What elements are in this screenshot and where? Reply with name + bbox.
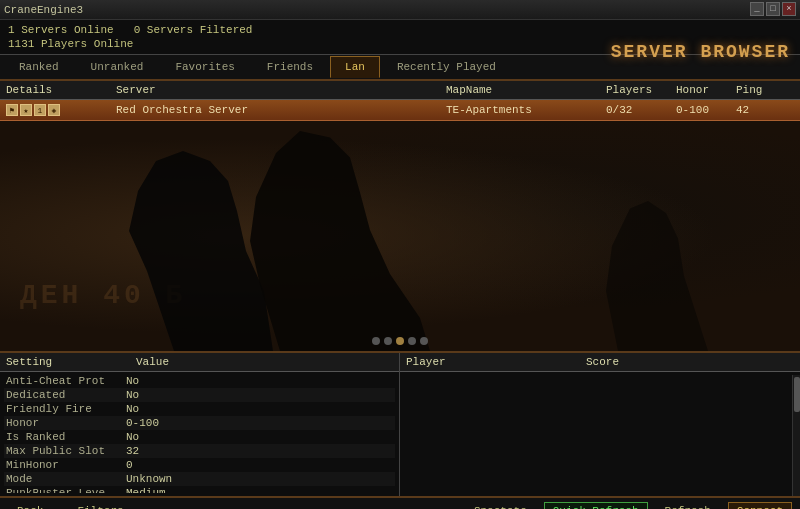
- col-mapname-header: MapName: [446, 84, 606, 96]
- setting-punkbuster: PunkBuster Leve Medium: [4, 486, 395, 493]
- players-panel: Player Score: [400, 353, 800, 496]
- server-info-line: 1 Servers Online 0 Servers Filtered: [8, 24, 792, 36]
- tab-unranked[interactable]: Unranked: [76, 56, 159, 78]
- settings-content: Anti-Cheat Prot No Dedicated No Friendly…: [0, 372, 399, 493]
- setting-dedicated: Dedicated No: [4, 388, 395, 402]
- tab-friends[interactable]: Friends: [252, 56, 328, 78]
- player-col-header: Player: [406, 356, 586, 368]
- setting-honor: Honor 0-100: [4, 416, 395, 430]
- tab-ranked[interactable]: Ranked: [4, 56, 74, 78]
- scroll-dot-1: [372, 337, 380, 345]
- info-icon: ◈: [48, 104, 60, 116]
- tab-recently-played[interactable]: Recently Played: [382, 56, 511, 78]
- minimize-button[interactable]: _: [750, 2, 764, 16]
- score-col-header: Score: [586, 356, 794, 368]
- setting-isranked: Is Ranked No: [4, 430, 395, 444]
- header: 1 Servers Online 0 Servers Filtered 1131…: [0, 20, 800, 55]
- tab-lan[interactable]: Lan: [330, 56, 380, 78]
- row-mapname: TE-Apartments: [446, 104, 606, 116]
- settings-panel-header: Setting Value: [0, 353, 399, 372]
- setting-anticheat: Anti-Cheat Prot No: [4, 374, 395, 388]
- titlebar: CraneEngine3 _ □ ×: [0, 0, 800, 20]
- col-details-header: Details: [6, 84, 116, 96]
- players-content: [400, 372, 800, 380]
- back-button[interactable]: Back: [8, 502, 52, 509]
- bottom-panel: Setting Value Anti-Cheat Prot No Dedicat…: [0, 351, 800, 496]
- scroll-dot-5: [420, 337, 428, 345]
- footer: Back Filters Spectate Quick Refresh Refr…: [0, 496, 800, 509]
- row-details: ⚑ ★ 1 ◈: [6, 104, 116, 116]
- col-ping-header: Ping: [736, 84, 786, 96]
- col-honor-header: Honor: [676, 84, 736, 96]
- setting-mode: Mode Unknown: [4, 472, 395, 486]
- star-icon: ★: [20, 104, 32, 116]
- spectate-button[interactable]: Spectate: [465, 502, 536, 509]
- value-col-header: Value: [136, 356, 393, 368]
- titlebar-controls[interactable]: _ □ ×: [750, 2, 796, 16]
- scroll-indicator: [372, 337, 428, 345]
- row-ping: 42: [736, 104, 786, 116]
- server-browser-title: SERVER BROWSER: [611, 42, 790, 62]
- connect-button[interactable]: Connect: [728, 502, 792, 509]
- setting-maxpublicslot: Max Public Slot 32: [4, 444, 395, 458]
- setting-friendlyfire: Friendly Fire No: [4, 402, 395, 416]
- row-icons: ⚑ ★ 1 ◈: [6, 104, 112, 116]
- quick-refresh-button[interactable]: Quick Refresh: [544, 502, 648, 509]
- close-button[interactable]: ×: [782, 2, 796, 16]
- servers-online: 1 Servers Online: [8, 24, 114, 36]
- servers-filtered: 0 Servers Filtered: [134, 24, 253, 36]
- refresh-button[interactable]: Refresh: [656, 502, 720, 509]
- setting-minhonor: MinHonor 0: [4, 458, 395, 472]
- col-players-header: Players: [606, 84, 676, 96]
- titlebar-text: CraneEngine3: [4, 4, 83, 16]
- tab-favorites[interactable]: Favorites: [160, 56, 249, 78]
- bg-area: ДЕН 40 Б: [0, 121, 800, 351]
- settings-panel: Setting Value Anti-Cheat Prot No Dedicat…: [0, 353, 400, 496]
- settings-col-header: Setting: [6, 356, 136, 368]
- players-panel-header: Player Score: [400, 353, 800, 372]
- num-icon: 1: [34, 104, 46, 116]
- scroll-dot-3: [396, 337, 404, 345]
- lock-icon: ⚑: [6, 104, 18, 116]
- scroll-dot-4: [408, 337, 416, 345]
- server-row[interactable]: ⚑ ★ 1 ◈ Red Orchestra Server TE-Apartmen…: [0, 100, 800, 121]
- footer-right: Spectate Quick Refresh Refresh Connect: [465, 502, 792, 509]
- maximize-button[interactable]: □: [766, 2, 780, 16]
- row-honor: 0-100: [676, 104, 736, 116]
- row-server-name: Red Orchestra Server: [116, 104, 446, 116]
- col-server-header: Server: [116, 84, 446, 96]
- filters-button[interactable]: Filters: [68, 502, 132, 509]
- table-header: Details Server MapName Players Honor Pin…: [0, 81, 800, 100]
- scroll-dot-2: [384, 337, 392, 345]
- row-players: 0/32: [606, 104, 676, 116]
- footer-left: Back Filters: [8, 502, 133, 509]
